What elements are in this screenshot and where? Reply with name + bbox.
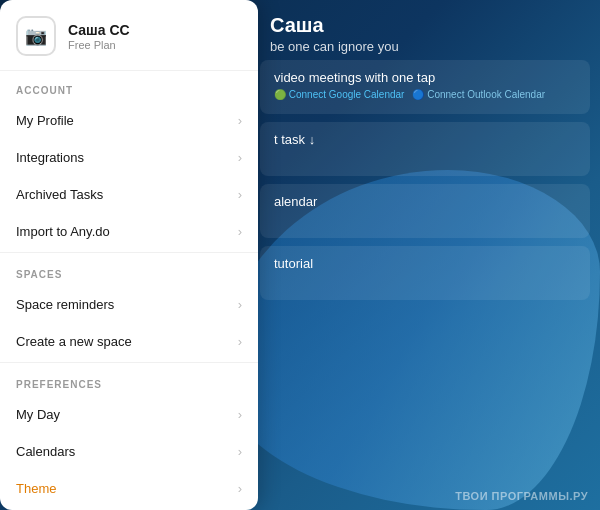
create-space-label: Create a new space (16, 334, 132, 349)
watermark-text: ТВОИ ПРОГРАММЫ.РУ (455, 490, 588, 502)
card-title-1: video meetings with one tap (274, 70, 576, 85)
connect-outlook[interactable]: 🔵 Connect Outlook Calendar (412, 89, 545, 100)
user-info: Саша СС Free Plan (68, 22, 130, 51)
greeting-text: Саша (270, 14, 590, 37)
theme-label: Theme (16, 481, 56, 496)
background-cards: video meetings with one tap 🟢 Connect Go… (260, 60, 590, 300)
card-title-3: alendar (274, 194, 576, 209)
user-header: 📷 Саша СС Free Plan (0, 0, 258, 71)
calendars-label: Calendars (16, 444, 75, 459)
chevron-create-space: › (238, 334, 242, 349)
chevron-my-day: › (238, 407, 242, 422)
import-label: Import to Any.do (16, 224, 110, 239)
chevron-integrations: › (238, 150, 242, 165)
bg-card-4: tutorial (260, 246, 590, 300)
divider-2 (0, 362, 258, 363)
archived-tasks-label: Archived Tasks (16, 187, 103, 202)
sidebar-item-theme[interactable]: Theme › (0, 470, 258, 507)
sidebar-item-create-space[interactable]: Create a new space › (0, 323, 258, 360)
connect-google[interactable]: 🟢 Connect Google Calendar (274, 89, 404, 100)
sidebar-item-my-day[interactable]: My Day › (0, 396, 258, 433)
my-profile-label: My Profile (16, 113, 74, 128)
my-day-label: My Day (16, 407, 60, 422)
plan-label: Free Plan (68, 39, 130, 51)
chevron-import: › (238, 224, 242, 239)
chevron-calendars: › (238, 444, 242, 459)
card-title-2: t task ↓ (274, 132, 576, 147)
chevron-my-profile: › (238, 113, 242, 128)
card-sub-1: 🟢 Connect Google Calendar 🔵 Connect Outl… (274, 89, 576, 100)
camera-icon: 📷 (25, 25, 47, 47)
username: Саша СС (68, 22, 130, 38)
bg-card-1: video meetings with one tap 🟢 Connect Go… (260, 60, 590, 114)
section-preferences-label: PREFERENCES (0, 365, 258, 396)
sidebar-item-archived-tasks[interactable]: Archived Tasks › (0, 176, 258, 213)
space-reminders-label: Space reminders (16, 297, 114, 312)
sidebar-item-space-reminders[interactable]: Space reminders › (0, 286, 258, 323)
chevron-space-reminders: › (238, 297, 242, 312)
sidebar-item-calendars[interactable]: Calendars › (0, 433, 258, 470)
divider-1 (0, 252, 258, 253)
sidebar-item-import[interactable]: Import to Any.do › (0, 213, 258, 250)
bg-card-3: alendar (260, 184, 590, 238)
section-spaces-label: SPACES (0, 255, 258, 286)
chevron-theme: › (238, 481, 242, 496)
section-account-label: ACCOUNT (0, 71, 258, 102)
avatar: 📷 (16, 16, 56, 56)
bg-card-2: t task ↓ (260, 122, 590, 176)
page-title-area: Саша be one can ignore you (270, 14, 590, 54)
sidebar-item-integrations[interactable]: Integrations › (0, 139, 258, 176)
card-title-4: tutorial (274, 256, 576, 271)
sidebar-panel: 📷 Саша СС Free Plan ACCOUNT My Profile ›… (0, 0, 258, 510)
chevron-archived-tasks: › (238, 187, 242, 202)
integrations-label: Integrations (16, 150, 84, 165)
sidebar-item-my-profile[interactable]: My Profile › (0, 102, 258, 139)
tagline-text: be one can ignore you (270, 39, 590, 54)
